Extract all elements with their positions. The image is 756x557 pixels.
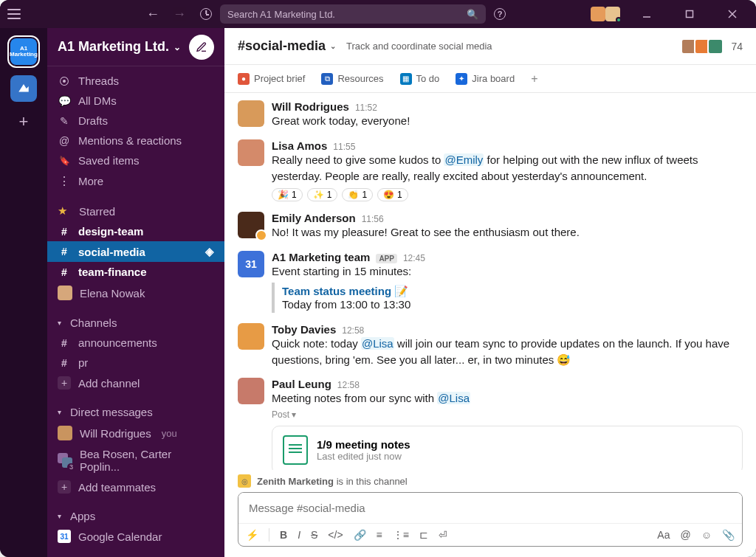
help-button[interactable]: ?: [493, 7, 506, 21]
message-time: 11:52: [355, 103, 377, 113]
reaction[interactable]: 👏1: [342, 188, 373, 201]
hash-icon: [58, 337, 71, 349]
lightning-icon[interactable]: ⚡: [246, 529, 258, 541]
dm-will[interactable]: Will Rodriguesyou: [47, 422, 224, 444]
add-channel[interactable]: +Add channel: [47, 373, 224, 393]
section-dms[interactable]: ▾Direct messages: [47, 402, 224, 422]
message-time: 12:58: [342, 325, 364, 336]
history-back[interactable]: ←: [146, 7, 159, 21]
window-minimize[interactable]: [630, 10, 663, 18]
avatar: [238, 378, 264, 404]
mention[interactable]: @Lisa: [437, 392, 470, 404]
nav-mentions[interactable]: @Mentions & reactions: [47, 131, 224, 151]
message[interactable]: Lisa Amos11:55Really need to give some k…: [238, 136, 743, 210]
avatar: [238, 212, 264, 238]
nav-drafts[interactable]: ✎Drafts: [47, 111, 224, 131]
channel-header: #social-media ⌄ Track and coordinate soc…: [224, 28, 756, 65]
reaction[interactable]: 🎉1: [272, 188, 303, 201]
mention-button[interactable]: @: [680, 529, 690, 541]
code-button[interactable]: </>: [328, 529, 343, 541]
chevron-down-icon: ⌄: [330, 42, 336, 50]
quote-button[interactable]: ⊏: [419, 529, 428, 541]
reaction[interactable]: ✨1: [307, 188, 338, 201]
compose-button[interactable]: [189, 35, 214, 60]
workspace-switch-a1[interactable]: A1 Marketing: [10, 38, 37, 65]
avatar: [707, 38, 724, 55]
bold-button[interactable]: B: [280, 529, 287, 541]
avatar: [238, 100, 264, 127]
nav-threads[interactable]: ⦿Threads: [47, 71, 224, 91]
reaction[interactable]: 😍1: [377, 188, 408, 201]
codeblock-button[interactable]: ⏎: [439, 529, 447, 541]
history-forward[interactable]: →: [173, 7, 186, 21]
presence-dot: [616, 17, 622, 23]
message[interactable]: Paul Leung12:58Meeting notes from our sy…: [238, 375, 743, 470]
message-text: Quick note: today @Lisa will join our te…: [272, 336, 743, 368]
nav-saved[interactable]: Saved items: [47, 151, 224, 170]
workspace-switch-2[interactable]: [10, 75, 37, 102]
format-toggle[interactable]: Aa: [657, 529, 670, 541]
caret-icon: ▾: [58, 512, 61, 520]
post-label[interactable]: Post ▾: [272, 409, 743, 420]
section-apps[interactable]: ▾Apps: [47, 506, 224, 526]
message-list[interactable]: Will Rodrigues11:52Great work today, eve…: [224, 93, 756, 470]
channel-topic[interactable]: Track and coordinate social media: [346, 41, 492, 52]
workspace-header[interactable]: A1 Marketing Ltd.⌄: [47, 28, 224, 66]
message[interactable]: Toby Davies12:58Quick note: today @Lisa …: [238, 320, 743, 376]
app-google-calendar[interactable]: 31Google Calendar: [47, 526, 224, 547]
dm-group[interactable]: 3Bea Rosen, Carter Poplin...: [47, 444, 224, 477]
search-input[interactable]: Search A1 Marketing Ltd. 🔍: [220, 4, 486, 24]
emoji-button[interactable]: ☺: [701, 529, 712, 541]
mentions-icon: @: [58, 135, 71, 147]
event-attachment[interactable]: Team status meeting 📝Today from 13:00 to…: [272, 283, 743, 313]
message-time: 12:58: [337, 380, 360, 390]
link-button[interactable]: 🔗: [354, 529, 366, 541]
hash-icon: [58, 357, 71, 369]
channel-announcements[interactable]: announcements: [47, 333, 224, 353]
strike-button[interactable]: S: [311, 529, 317, 541]
message-text: No! It was my pleasure! Great to see the…: [272, 224, 743, 241]
starred-elena[interactable]: Elena Nowak: [47, 282, 224, 304]
window-close[interactable]: [716, 10, 749, 18]
member-avatars[interactable]: [681, 38, 724, 55]
mention[interactable]: @Lisa: [361, 337, 394, 350]
message-author: Will Rodrigues: [272, 100, 349, 113]
presence-avatars[interactable]: [591, 7, 620, 21]
section-starred[interactable]: ★Starred: [47, 201, 224, 221]
composer-input[interactable]: [238, 493, 742, 523]
add-workspace[interactable]: +: [19, 112, 29, 131]
member-count[interactable]: 74: [731, 41, 743, 52]
add-bookmark[interactable]: +: [531, 72, 537, 86]
post-attachment[interactable]: 1/9 meeting notesLast edited just now: [272, 426, 743, 470]
message[interactable]: Emily Anderson11:56No! It was my pleasur…: [238, 209, 743, 248]
section-channels[interactable]: ▾Channels: [47, 313, 224, 333]
ordered-list-button[interactable]: ≡: [377, 529, 382, 541]
attach-button[interactable]: 📎: [722, 529, 735, 541]
hash-icon: [58, 226, 71, 238]
starred-social-media[interactable]: social-media ◈: [47, 241, 224, 262]
starred-design-team[interactable]: design-team: [47, 221, 224, 241]
starred-team-finance[interactable]: team-finance: [47, 262, 224, 282]
mention[interactable]: @Emily: [444, 153, 484, 166]
nav-all-dms[interactable]: 💬All DMs: [47, 91, 224, 111]
window-maximize[interactable]: [673, 10, 706, 18]
message[interactable]: Will Rodrigues11:52Great work today, eve…: [238, 97, 743, 136]
message-author: Emily Anderson: [272, 212, 356, 224]
caret-icon: ▾: [58, 408, 61, 416]
calendar-icon: 31: [58, 530, 71, 543]
message[interactable]: 31A1 Marketing teamAPP12:45Event startin…: [238, 248, 743, 320]
channel-name[interactable]: #social-media ⌄: [238, 38, 336, 54]
italic-button[interactable]: I: [298, 529, 300, 541]
bookmark-project-brief[interactable]: ●Project brief: [238, 73, 305, 85]
calendar-avatar: 31: [238, 251, 264, 277]
bullet-list-button[interactable]: ⋮≡: [393, 529, 409, 541]
history-icon[interactable]: [199, 7, 213, 21]
bookmark-jira[interactable]: ✦Jira board: [456, 73, 515, 85]
bookmark-todo[interactable]: ▦To do: [400, 73, 440, 85]
hamburger-menu[interactable]: [7, 9, 21, 19]
bookmark-resources[interactable]: ⧉Resources: [321, 73, 383, 85]
channel-pr[interactable]: pr: [47, 353, 224, 373]
nav-more[interactable]: More: [47, 170, 224, 192]
add-teammates[interactable]: +Add teammates: [47, 477, 224, 497]
plus-icon: +: [58, 376, 71, 390]
